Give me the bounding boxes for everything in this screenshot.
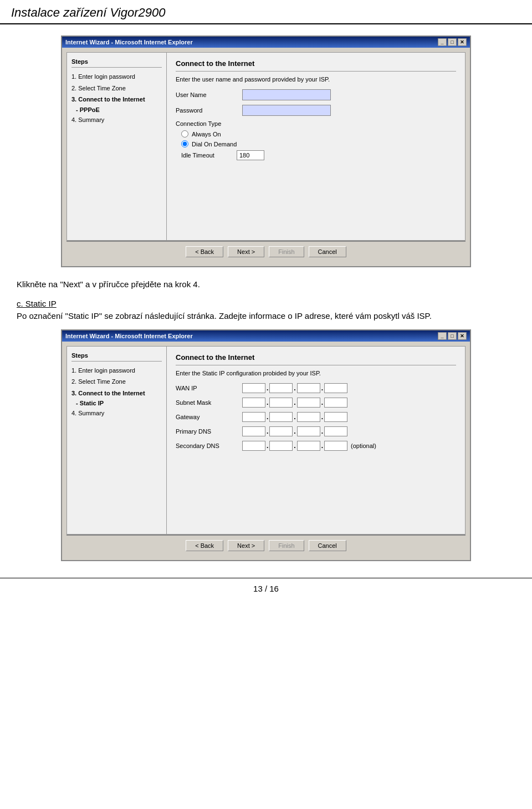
subnet-dot1: . [267, 399, 268, 406]
maximize-button-1[interactable]: □ [448, 38, 457, 46]
wan-ip-3[interactable] [297, 383, 320, 393]
minimize-button-2[interactable]: _ [438, 332, 447, 340]
gateway-dot2: . [294, 413, 295, 421]
gateway-2[interactable] [269, 412, 293, 422]
ie-title-text-1: Internet Wizard - Microsoft Internet Exp… [65, 39, 193, 45]
secondary-dns-group: . . . (optional) [242, 441, 376, 451]
subnet-mask-row: Subnet Mask . . . [176, 398, 456, 408]
gateway-dot3: . [321, 413, 323, 421]
ie-window-2: Internet Wizard - Microsoft Internet Exp… [61, 329, 471, 561]
wan-ip-label: WAN IP [176, 385, 242, 391]
secondary-dns-4[interactable] [324, 441, 347, 451]
username-input[interactable] [242, 89, 331, 100]
page-footer: 13 / 16 [0, 578, 532, 599]
always-on-label: Always On [192, 131, 221, 138]
step-2-2: 2. Select Time Zone [71, 377, 162, 386]
page-number: 13 / 16 [253, 584, 279, 593]
ie-content-2: Steps 1. Enter login password 2. Select … [62, 342, 470, 560]
maximize-button-2[interactable]: □ [448, 332, 457, 340]
ie-title-text-2: Internet Wizard - Microsoft Internet Exp… [65, 333, 193, 339]
wan-ip-dot1: . [267, 384, 268, 392]
main-content: Internet Wizard - Microsoft Internet Exp… [0, 35, 532, 561]
next-button-2[interactable]: Next > [228, 540, 264, 551]
username-row: User Name [176, 89, 456, 100]
steps-title-2: Steps [71, 352, 162, 362]
secondary-dns-row: Secondary DNS . . . (optional) [176, 441, 456, 451]
gateway-1[interactable] [242, 412, 265, 422]
step-1-2: 2. Select Time Zone [71, 84, 162, 93]
gateway-dot1: . [267, 413, 268, 421]
primary-dns-label: Primary DNS [176, 428, 242, 435]
connection-type-label: Connection Type [176, 120, 456, 127]
subnet-dot3: . [321, 399, 323, 406]
wan-ip-group: . . . [242, 383, 347, 393]
subnet-dot2: . [294, 399, 295, 406]
subnet-mask-group: . . . [242, 398, 347, 408]
finish-button-2[interactable]: Finish [269, 540, 304, 551]
steps-title-1: Steps [71, 58, 162, 68]
back-button-1[interactable]: < Back [186, 246, 223, 257]
wizard-steps-2: Steps 1. Enter login password 2. Select … [67, 347, 167, 534]
secondary-dns-1[interactable] [242, 441, 265, 451]
finish-button-1[interactable]: Finish [269, 246, 304, 257]
wizard-panel-1: Steps 1. Enter login password 2. Select … [66, 52, 466, 241]
close-button-2[interactable]: ✕ [458, 332, 467, 340]
dial-on-demand-radio[interactable] [181, 140, 188, 147]
step-2-4: 4. Summary [71, 409, 162, 418]
primary-dns-3[interactable] [297, 426, 320, 436]
wan-ip-4[interactable] [324, 383, 347, 393]
step-1-1: 1. Enter login password [71, 72, 162, 82]
ie-titlebar-1: Internet Wizard - Microsoft Internet Exp… [62, 37, 470, 48]
idle-timeout-input[interactable] [237, 150, 264, 160]
gateway-row: Gateway . . . [176, 412, 456, 422]
step-1-3: 3. Connect to the Internet [71, 95, 162, 104]
ie-content-1: Steps 1. Enter login password 2. Select … [62, 48, 470, 266]
primary-dns-2[interactable] [269, 426, 293, 436]
gateway-3[interactable] [297, 412, 320, 422]
password-input[interactable] [242, 105, 331, 116]
password-label: Password [176, 107, 242, 114]
subnet-2[interactable] [269, 398, 293, 408]
wan-ip-1[interactable] [242, 383, 265, 393]
ie-titlebar-2: Internet Wizard - Microsoft Internet Exp… [62, 330, 470, 342]
close-button-1[interactable]: ✕ [458, 38, 467, 46]
ie-window-controls-1: _ □ ✕ [438, 38, 467, 46]
secondary-dns-dot2: . [294, 442, 295, 450]
idle-timeout-row: Idle Timeout [181, 150, 456, 160]
wan-ip-2[interactable] [269, 383, 293, 393]
ie-window-controls-2: _ □ ✕ [438, 332, 467, 340]
subnet-mask-label: Subnet Mask [176, 399, 242, 406]
primary-dns-4[interactable] [324, 426, 347, 436]
primary-dns-row: Primary DNS . . . [176, 426, 456, 436]
idle-timeout-label: Idle Timeout [181, 152, 237, 159]
primary-dns-dot3: . [321, 428, 323, 435]
primary-dns-1[interactable] [242, 426, 265, 436]
username-label: User Name [176, 91, 242, 98]
section-c-text2: Zadejte informace o IP adrese, které vám… [219, 311, 432, 320]
subnet-4[interactable] [324, 398, 347, 408]
wizard-steps-1: Steps 1. Enter login password 2. Select … [67, 53, 167, 240]
step-1-4: 4. Summary [71, 115, 162, 125]
secondary-dns-2[interactable] [269, 441, 293, 451]
wizard-panel-2: Steps 1. Enter login password 2. Select … [66, 346, 466, 535]
next-button-1[interactable]: Next > [228, 246, 264, 257]
secondary-dns-3[interactable] [297, 441, 320, 451]
step-2-3: 3. Connect to the Internet [71, 389, 162, 398]
back-button-2[interactable]: < Back [186, 540, 223, 551]
section-c-underline: c. Static IP [17, 299, 57, 308]
dial-on-demand-label: Dial On Demand [192, 141, 237, 147]
cancel-button-2[interactable]: Cancel [309, 540, 346, 551]
cancel-button-1[interactable]: Cancel [309, 246, 346, 257]
wizard-main-2: Connect to the Internet Enter the Static… [167, 347, 465, 534]
step-2-sub: - Static IP [76, 400, 162, 406]
primary-dns-dot1: . [267, 428, 268, 435]
always-on-radio[interactable] [181, 130, 188, 138]
page-title: Instalace zařízení Vigor2900 [11, 6, 521, 20]
subnet-1[interactable] [242, 398, 265, 408]
wizard-main-title-1: Connect to the Internet [176, 59, 456, 72]
secondary-dns-label: Secondary DNS [176, 442, 242, 449]
gateway-4[interactable] [324, 412, 347, 422]
minimize-button-1[interactable]: _ [438, 38, 447, 46]
subnet-3[interactable] [297, 398, 320, 408]
primary-dns-dot2: . [294, 428, 295, 435]
